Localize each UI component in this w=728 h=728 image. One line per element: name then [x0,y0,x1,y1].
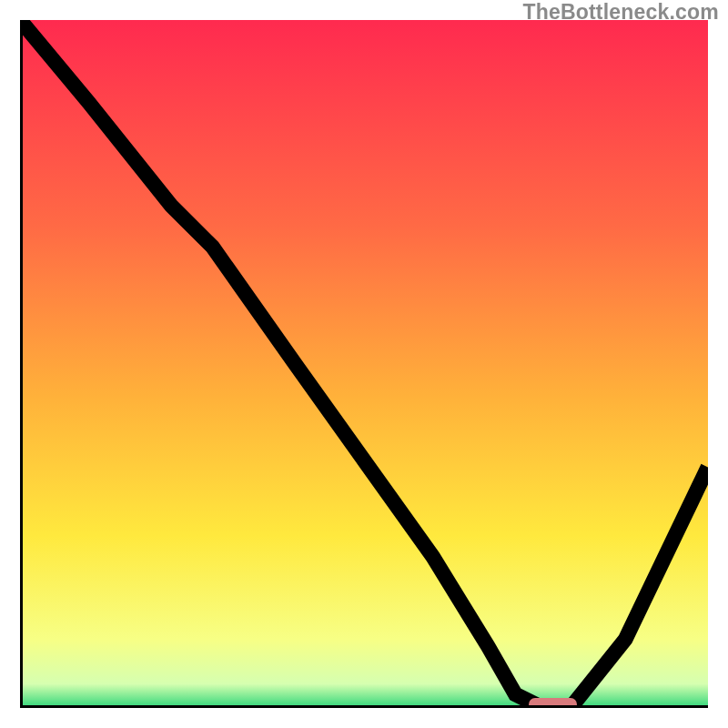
chart-container: TheBottleneck.com [0,0,728,728]
background-gradient [20,20,708,708]
svg-rect-0 [20,20,708,708]
x-axis [20,705,708,708]
plot-area [20,20,708,708]
y-axis [20,20,23,708]
